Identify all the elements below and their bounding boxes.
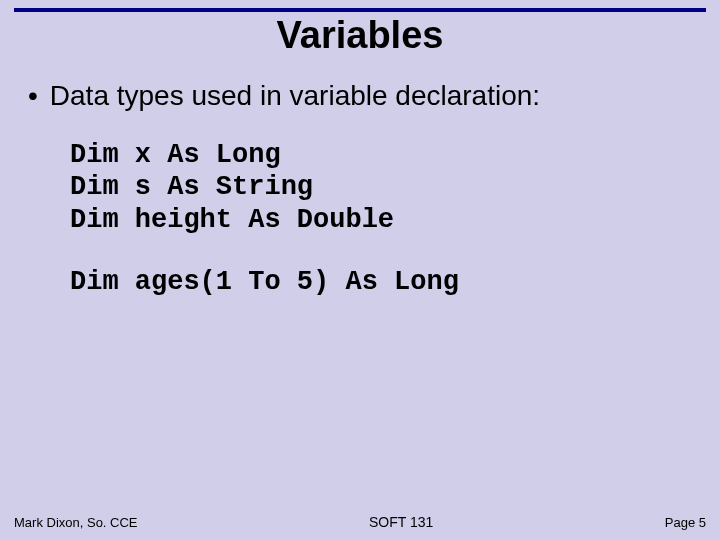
slide-footer: Mark Dixon, So. CCE SOFT 131 Page 5 (0, 514, 720, 530)
page-title: Variables (0, 14, 720, 57)
footer-course: SOFT 131 (369, 514, 433, 530)
footer-page: Page 5 (665, 515, 706, 530)
bullet-item: • Data types used in variable declaratio… (0, 79, 720, 113)
code-block-2: Dim ages(1 To 5) As Long (0, 266, 720, 298)
footer-author: Mark Dixon, So. CCE (14, 515, 138, 530)
code-block-1: Dim x As Long Dim s As String Dim height… (0, 139, 720, 236)
bullet-marker: • (28, 79, 38, 113)
title-rule (14, 8, 706, 12)
bullet-text: Data types used in variable declaration: (50, 79, 540, 113)
